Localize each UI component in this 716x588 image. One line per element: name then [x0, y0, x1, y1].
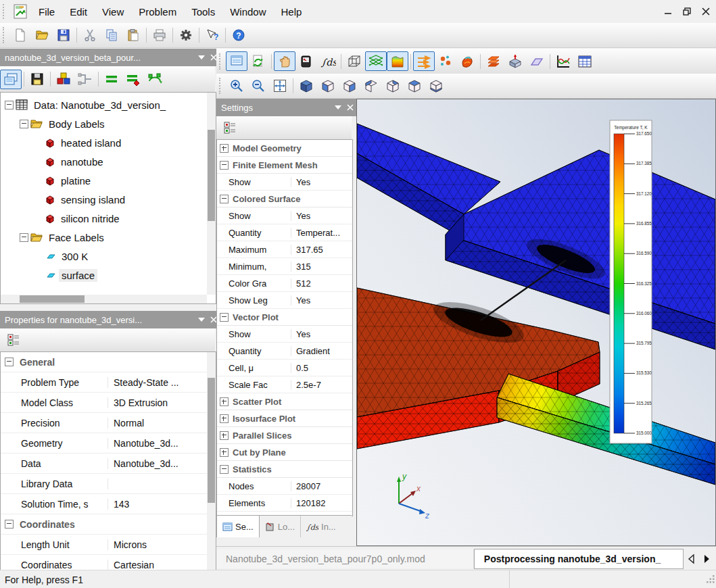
property-row[interactable]: GeometryNanotube_3d... — [1, 433, 207, 454]
print-button[interactable] — [149, 26, 170, 45]
view-iso-button[interactable] — [295, 76, 317, 96]
settings-section-isosurface-plot[interactable]: Isosurface Plot — [217, 410, 352, 427]
bodies-button[interactable] — [53, 70, 74, 89]
tab-local-values[interactable]: Lo... — [260, 516, 301, 537]
toolbar-grip[interactable] — [3, 27, 7, 43]
menu-window[interactable]: Window — [222, 0, 273, 23]
settings-row[interactable]: Color Gra512 — [217, 275, 352, 292]
view-right-button[interactable] — [382, 76, 404, 96]
zoom-in-button[interactable] — [226, 76, 247, 96]
equals-button[interactable] — [101, 70, 122, 89]
properties-vscrollbar[interactable] — [207, 352, 216, 570]
collapse-icon[interactable] — [20, 233, 28, 242]
cut-button[interactable] — [79, 26, 101, 45]
tree-item-face-labels[interactable]: Face Labels — [1, 228, 207, 247]
save-button[interactable] — [53, 26, 74, 45]
settings-section-scatter-plot[interactable]: Scatter Plot — [217, 393, 352, 410]
view-back-button[interactable] — [339, 76, 360, 96]
scatter-plot-button[interactable] — [435, 51, 456, 71]
tree-item-heated-island[interactable]: heated island — [1, 133, 207, 152]
vector-plot-button[interactable] — [413, 51, 435, 71]
tree-item-sensing-island[interactable]: sensing island — [1, 190, 207, 209]
mesh-view-button[interactable] — [365, 51, 387, 71]
settings-button[interactable] — [175, 26, 197, 45]
panel-menu-button[interactable] — [195, 314, 208, 326]
collapse-icon[interactable] — [220, 313, 229, 322]
expand-icon[interactable] — [220, 414, 229, 423]
tree-vscrollbar[interactable] — [207, 93, 216, 295]
settings-row[interactable]: Elements120182 — [217, 495, 352, 512]
integral-button[interactable]: ∫ds — [317, 51, 339, 71]
collapse-icon[interactable] — [5, 520, 14, 529]
tab-integral[interactable]: ∫ds In... — [301, 516, 341, 537]
zoom-out-button[interactable] — [247, 76, 269, 96]
tab-settings[interactable]: Se... — [216, 515, 260, 537]
property-row[interactable]: PrecisionNormal — [1, 413, 207, 433]
menu-help[interactable]: Help — [274, 0, 310, 23]
tree-item-silicon-nitride[interactable]: silicon nitride — [1, 209, 207, 228]
settings-section-parallel-slices[interactable]: Parallel Slices — [217, 427, 352, 444]
tree-item-body-labels[interactable]: Body Labels — [1, 114, 207, 133]
menu-view[interactable]: View — [95, 0, 131, 23]
local-values-button[interactable] — [295, 51, 317, 71]
categorize-button[interactable] — [3, 330, 24, 350]
settings-row[interactable]: ShowYes — [217, 174, 352, 191]
tree-item-data-root[interactable]: Data: Nanotube_3d_version_ — [1, 95, 207, 114]
isosurface-plot-button[interactable] — [456, 51, 478, 71]
menu-problem[interactable]: Problem — [131, 0, 184, 23]
expand-icon[interactable] — [220, 397, 229, 406]
tab-postprocessing-document[interactable]: Postprocessing nanotube_3d_version_ — [474, 549, 684, 569]
property-row[interactable]: Model Class3D Extrusion — [1, 393, 207, 413]
new-file-button[interactable] — [9, 26, 31, 45]
expand-icon[interactable] — [220, 448, 229, 457]
toolbar-grip[interactable] — [219, 53, 223, 70]
tree-item-300k[interactable]: 300 K — [1, 247, 207, 266]
expand-icon[interactable] — [220, 431, 229, 440]
settings-row[interactable]: ShowYes — [217, 207, 352, 224]
collapse-icon[interactable] — [5, 358, 14, 366]
tree-hscrollbar[interactable] — [1, 295, 207, 303]
tab-scroll-left-button[interactable] — [686, 554, 697, 564]
tab-scroll-right-button[interactable] — [701, 554, 712, 564]
save-model-button[interactable] — [26, 70, 48, 89]
settings-section-model-geometry[interactable]: Model Geometry — [217, 140, 352, 157]
context-help-button[interactable]: ? — [201, 26, 223, 45]
panel-close-button[interactable] — [344, 101, 356, 114]
plane-view-button[interactable] — [526, 51, 548, 71]
property-row[interactable]: Solution Time, s143 — [1, 494, 207, 514]
settings-section-cut-by-plane[interactable]: Cut by Plane — [217, 444, 352, 461]
settings-row[interactable]: Nodes28007 — [217, 478, 352, 495]
settings-row[interactable]: Show LegYes — [217, 292, 352, 309]
properties-section-general[interactable]: General — [1, 352, 207, 372]
collapse-icon[interactable] — [220, 161, 229, 170]
tree-item-nanotube[interactable]: nanotube — [1, 152, 207, 171]
table-view-button[interactable] — [574, 51, 596, 71]
view-bottom-button[interactable] — [425, 76, 447, 96]
collapse-icon[interactable] — [220, 465, 229, 474]
tree-item-surface[interactable]: surface — [1, 266, 207, 285]
toolbar-grip[interactable] — [3, 4, 7, 19]
expand-icon[interactable] — [220, 144, 229, 153]
settings-row[interactable]: Scale Fac2.5e-7 — [217, 376, 352, 393]
refresh-results-button[interactable] — [247, 51, 269, 71]
paste-button[interactable] — [122, 26, 144, 45]
property-row[interactable]: Problem TypeSteady-State ... — [1, 372, 207, 393]
view-front-button[interactable] — [317, 76, 339, 96]
rotate-bodies-button[interactable] — [144, 70, 166, 89]
panel-menu-button[interactable] — [332, 101, 344, 114]
collapse-icon[interactable] — [20, 120, 28, 128]
view-left-button[interactable] — [360, 76, 382, 96]
close-button[interactable] — [701, 7, 711, 16]
field-picture-button[interactable] — [226, 51, 247, 71]
xy-plot-button[interactable] — [552, 51, 574, 71]
collapse-icon[interactable] — [5, 101, 14, 109]
settings-row[interactable]: Cell, μ0.5 — [217, 360, 352, 376]
help-button[interactable]: ? — [228, 26, 249, 45]
wireframe-view-button[interactable] — [343, 51, 365, 71]
tab-model-document[interactable]: Nanotube_3d_version_beta_pour7p0_only.mo… — [216, 549, 474, 568]
settings-row[interactable]: Maximum317.65 — [217, 241, 352, 258]
settings-section-vector-plot[interactable]: Vector Plot — [217, 309, 352, 326]
settings-row[interactable]: QuantityGradient — [217, 343, 352, 360]
tree-item-platine[interactable]: platine — [1, 171, 207, 190]
model-window-button[interactable] — [0, 70, 22, 89]
